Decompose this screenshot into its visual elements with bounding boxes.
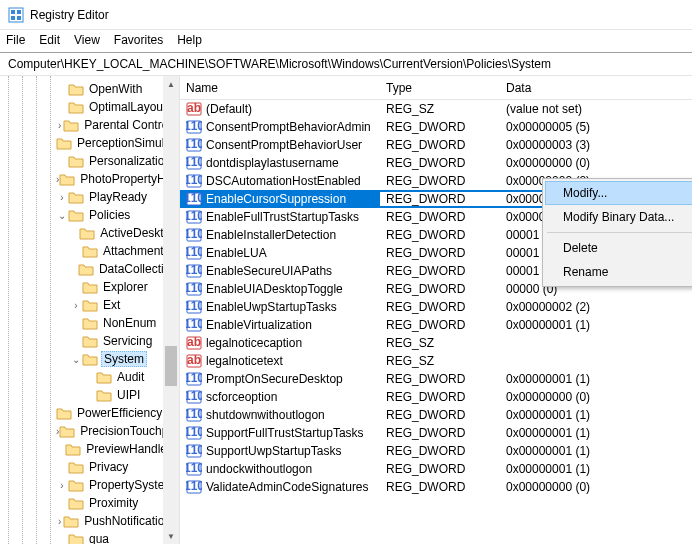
expand-icon[interactable]: › (56, 192, 68, 203)
expand-icon[interactable]: › (56, 516, 63, 527)
tree-item[interactable]: ›PropertySystem (0, 476, 179, 494)
tree-item[interactable]: NonEnum (0, 314, 179, 332)
tree-item[interactable]: Explorer (0, 278, 179, 296)
menubar: File Edit View Favorites Help (0, 30, 692, 50)
scroll-down-icon[interactable]: ▼ (163, 528, 179, 544)
tree-item[interactable]: Privacy (0, 458, 179, 476)
dword-value-icon: 110 (186, 443, 202, 459)
dword-value-icon: 110 (186, 137, 202, 153)
tree-scrollbar[interactable]: ▲ ▼ (163, 76, 179, 544)
value-row[interactable]: 110ConsentPromptBehaviorUserREG_DWORD0x0… (180, 136, 692, 154)
dword-value-icon: 110 (186, 425, 202, 441)
tree-item[interactable]: Attachments (0, 242, 179, 260)
menu-favorites[interactable]: Favorites (114, 33, 163, 47)
value-name: undockwithoutlogon (206, 462, 312, 476)
folder-icon (65, 442, 81, 456)
address-bar[interactable]: Computer\HKEY_LOCAL_MACHINE\SOFTWARE\Mic… (0, 53, 692, 75)
value-row[interactable]: ablegalnoticetextREG_SZ (180, 352, 692, 370)
value-data: (value not set) (500, 102, 692, 116)
expand-icon[interactable]: › (70, 300, 82, 311)
tree-item[interactable]: ›PhotoPropertyHandler (0, 170, 179, 188)
value-row[interactable]: 110dontdisplaylastusernameREG_DWORD0x000… (180, 154, 692, 172)
value-type: REG_DWORD (380, 174, 500, 188)
value-name: scforceoption (206, 390, 277, 404)
tree-item[interactable]: PreviewHandlers (0, 440, 179, 458)
value-row[interactable]: ab(Default)REG_SZ(value not set) (180, 100, 692, 118)
value-row[interactable]: 110shutdownwithoutlogonREG_DWORD0x000000… (180, 406, 692, 424)
value-data: 0x00000001 (1) (500, 426, 692, 440)
tree-item[interactable]: OptimalLayout (0, 98, 179, 116)
svg-text:110: 110 (186, 317, 202, 331)
folder-icon (79, 226, 95, 240)
tree-item[interactable]: UIPI (0, 386, 179, 404)
svg-text:ab: ab (187, 101, 201, 115)
tree-item[interactable]: ›PrecisionTouchpad (0, 422, 179, 440)
menu-file[interactable]: File (6, 33, 25, 47)
tree-item[interactable]: ›Parental Controls (0, 116, 179, 134)
tree-item[interactable]: PowerEfficiencyDiagnostics (0, 404, 179, 422)
svg-text:110: 110 (186, 461, 202, 475)
value-row[interactable]: 110PromptOnSecureDesktopREG_DWORD0x00000… (180, 370, 692, 388)
folder-icon (78, 262, 94, 276)
tree-item[interactable]: ›PlayReady (0, 188, 179, 206)
tree-item[interactable]: ›Ext (0, 296, 179, 314)
tree-item[interactable]: Personalization (0, 152, 179, 170)
tree-item[interactable]: qua (0, 530, 179, 544)
value-row[interactable]: 110scforceoptionREG_DWORD0x00000000 (0) (180, 388, 692, 406)
svg-rect-3 (11, 16, 15, 20)
dword-value-icon: 110 (186, 407, 202, 423)
expand-icon[interactable]: ⌄ (56, 210, 68, 221)
value-row[interactable]: 110SupportFullTrustStartupTasksREG_DWORD… (180, 424, 692, 442)
menu-view[interactable]: View (74, 33, 100, 47)
menu-help[interactable]: Help (177, 33, 202, 47)
tree-label: OptimalLayout (87, 100, 168, 114)
value-name: EnableFullTrustStartupTasks (206, 210, 359, 224)
tree-item[interactable]: DataCollection (0, 260, 179, 278)
value-row[interactable]: 110SupportUwpStartupTasksREG_DWORD0x0000… (180, 442, 692, 460)
value-row[interactable]: 110undockwithoutlogonREG_DWORD0x00000001… (180, 460, 692, 478)
value-data: 0x00000001 (1) (500, 408, 692, 422)
tree-item[interactable]: ⌄System (0, 350, 179, 368)
svg-text:110: 110 (186, 227, 202, 241)
string-value-icon: ab (186, 353, 202, 369)
value-name: dontdisplaylastusername (206, 156, 339, 170)
value-row[interactable]: 110ValidateAdminCodeSignaturesREG_DWORD0… (180, 478, 692, 496)
scroll-up-icon[interactable]: ▲ (163, 76, 179, 92)
tree-item[interactable]: PerceptionSimulation (0, 134, 179, 152)
dword-value-icon: 110 (186, 173, 202, 189)
value-row[interactable]: 110EnableVirtualizationREG_DWORD0x000000… (180, 316, 692, 334)
value-type: REG_DWORD (380, 408, 500, 422)
tree-item[interactable]: Audit (0, 368, 179, 386)
column-type[interactable]: Type (380, 81, 500, 95)
menu-modify[interactable]: Modify... (545, 181, 692, 205)
tree-label: Policies (87, 208, 132, 222)
tree-item[interactable]: Servicing (0, 332, 179, 350)
expand-icon[interactable]: › (56, 120, 63, 131)
tree-item[interactable]: ›PushNotifications (0, 512, 179, 530)
svg-text:110: 110 (186, 263, 202, 277)
column-data[interactable]: Data (500, 81, 692, 95)
tree-item[interactable]: ⌄Policies (0, 206, 179, 224)
folder-icon (68, 208, 84, 222)
dword-value-icon: 110 (186, 479, 202, 495)
tree-pane[interactable]: OpenWithOptimalLayout›Parental ControlsP… (0, 76, 180, 544)
tree-item[interactable]: Proximity (0, 494, 179, 512)
scroll-thumb[interactable] (165, 346, 177, 386)
expand-icon[interactable]: ⌄ (70, 354, 82, 365)
dword-value-icon: 110 (186, 317, 202, 333)
folder-icon (68, 82, 84, 96)
expand-icon[interactable]: › (56, 480, 68, 491)
column-name[interactable]: Name (180, 81, 380, 95)
menu-rename[interactable]: Rename (545, 260, 692, 284)
value-row[interactable]: 110ConsentPromptBehaviorAdminREG_DWORD0x… (180, 118, 692, 136)
window-title: Registry Editor (30, 8, 109, 22)
folder-icon (56, 406, 72, 420)
menu-modify-binary[interactable]: Modify Binary Data... (545, 205, 692, 229)
value-row[interactable]: 110EnableUwpStartupTasksREG_DWORD0x00000… (180, 298, 692, 316)
menu-delete[interactable]: Delete (545, 236, 692, 260)
tree-item[interactable]: OpenWith (0, 80, 179, 98)
folder-icon (68, 532, 84, 544)
tree-item[interactable]: ActiveDesktop (0, 224, 179, 242)
menu-edit[interactable]: Edit (39, 33, 60, 47)
value-row[interactable]: ablegalnoticecaptionREG_SZ (180, 334, 692, 352)
